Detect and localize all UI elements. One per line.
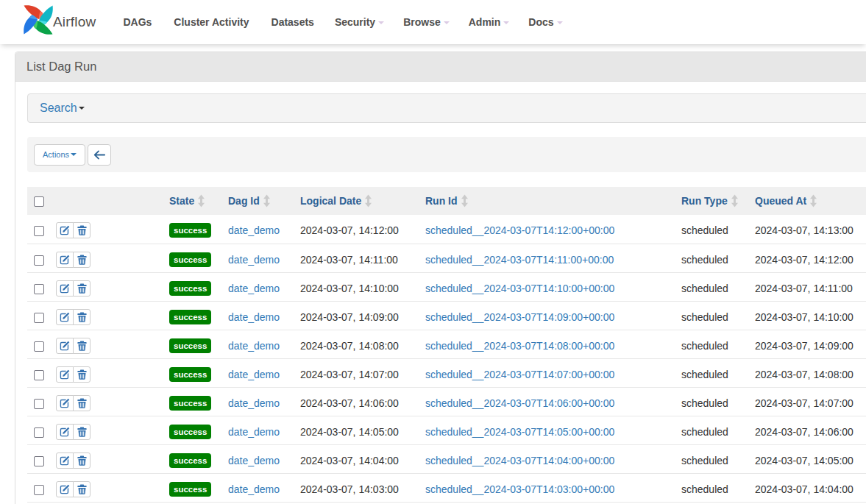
dag-id-link[interactable]: date_demo: [228, 483, 280, 495]
row-actions: [56, 481, 90, 497]
table-header-row: State Dag Id Logical Date Run Id Run Typ…: [27, 187, 866, 215]
delete-record-button[interactable]: [73, 395, 90, 411]
edit-icon: [60, 427, 70, 437]
row-checkbox[interactable]: [34, 313, 44, 323]
column-header-logical-date[interactable]: Logical Date: [294, 187, 419, 215]
dag-id-link[interactable]: date_demo: [228, 311, 280, 323]
delete-record-button[interactable]: [73, 338, 90, 354]
dag-id-link[interactable]: date_demo: [228, 369, 280, 380]
delete-record-button[interactable]: [73, 424, 90, 440]
delete-record-button[interactable]: [73, 366, 90, 383]
edit-record-button[interactable]: [56, 280, 74, 297]
table-row: success date_demo 2024-03-07, 14:11:00 s…: [27, 244, 866, 272]
column-header-state[interactable]: State: [163, 187, 222, 215]
sort-icon[interactable]: [461, 194, 468, 207]
delete-record-button[interactable]: [73, 222, 90, 238]
row-checkbox[interactable]: [34, 341, 44, 352]
column-header-run-id[interactable]: Run Id: [419, 187, 675, 215]
edit-record-button[interactable]: [56, 481, 74, 497]
dag-id-link[interactable]: date_demo: [228, 340, 280, 352]
row-actions: [56, 395, 90, 411]
nav-item-docs[interactable]: Docs: [519, 9, 572, 35]
edit-record-button[interactable]: [56, 452, 74, 469]
row-checkbox[interactable]: [34, 255, 44, 266]
logical-date-cell: 2024-03-07, 14:06:00: [294, 387, 419, 416]
edit-icon: [60, 455, 70, 466]
edit-record-button[interactable]: [56, 338, 74, 354]
run-id-link[interactable]: scheduled__2024-03-07T14:10:00+00:00: [425, 283, 614, 294]
logical-date-cell: 2024-03-07, 14:03:00: [294, 473, 419, 502]
edit-record-button[interactable]: [56, 222, 74, 238]
state-badge: success: [169, 223, 211, 238]
delete-record-button[interactable]: [73, 481, 90, 497]
trash-icon: [77, 369, 87, 380]
select-all-checkbox[interactable]: [34, 196, 44, 207]
delete-record-button[interactable]: [73, 280, 90, 297]
delete-record-button[interactable]: [73, 252, 90, 268]
edit-icon: [60, 255, 70, 265]
nav-item-admin[interactable]: Admin: [459, 9, 519, 35]
page-title: List Dag Run: [15, 52, 866, 82]
row-checkbox[interactable]: [34, 427, 44, 438]
logical-date-cell: 2024-03-07, 14:11:00: [294, 244, 419, 272]
row-checkbox[interactable]: [34, 456, 44, 466]
actions-button[interactable]: Actions: [34, 144, 85, 166]
run-id-link[interactable]: scheduled__2024-03-07T14:08:00+00:00: [425, 340, 614, 352]
logical-date-cell: 2024-03-07, 14:10:00: [294, 272, 419, 301]
edit-record-button[interactable]: [56, 395, 74, 411]
sort-icon[interactable]: [198, 194, 205, 207]
table-row: success date_demo 2024-03-07, 14:10:00 s…: [27, 272, 866, 301]
search-label: Search: [40, 102, 77, 115]
run-id-link[interactable]: scheduled__2024-03-07T14:07:00+00:00: [425, 369, 614, 380]
delete-record-button[interactable]: [73, 452, 90, 469]
nav-item-datasets[interactable]: Datasets: [260, 9, 325, 35]
trash-icon: [77, 398, 87, 408]
sort-icon[interactable]: [263, 194, 270, 207]
edit-record-button[interactable]: [56, 252, 74, 268]
dag-id-link[interactable]: date_demo: [228, 426, 280, 438]
dag-id-link[interactable]: date_demo: [228, 455, 280, 466]
column-header-run-type[interactable]: Run Type: [675, 187, 749, 215]
run-id-link[interactable]: scheduled__2024-03-07T14:11:00+00:00: [425, 254, 614, 266]
dag-id-link[interactable]: date_demo: [228, 254, 280, 266]
edit-record-button[interactable]: [56, 366, 74, 383]
run-type-cell: scheduled: [675, 330, 749, 358]
sort-icon[interactable]: [731, 194, 738, 207]
nav-item-label: Browse: [403, 16, 441, 28]
row-checkbox[interactable]: [34, 226, 44, 236]
column-header-queued-at[interactable]: Queued At: [749, 187, 866, 215]
edit-icon: [60, 312, 70, 322]
row-checkbox[interactable]: [34, 284, 44, 294]
edit-record-button[interactable]: [56, 424, 74, 440]
back-button[interactable]: [88, 144, 111, 166]
run-id-link[interactable]: scheduled__2024-03-07T14:05:00+00:00: [425, 426, 614, 438]
brand-text: Airflow: [53, 14, 96, 30]
row-checkbox[interactable]: [34, 485, 44, 495]
delete-record-button[interactable]: [73, 309, 90, 325]
run-id-link[interactable]: scheduled__2024-03-07T14:04:00+00:00: [425, 455, 614, 466]
nav-item-browse[interactable]: Browse: [394, 9, 459, 35]
nav-menu: DAGsCluster ActivityDatasetsSecurityBrow…: [112, 9, 572, 35]
airflow-logo[interactable]: Airflow: [24, 7, 96, 37]
column-header-dag-id[interactable]: Dag Id: [222, 187, 294, 215]
row-checkbox[interactable]: [34, 370, 44, 380]
run-id-link[interactable]: scheduled__2024-03-07T14:09:00+00:00: [425, 311, 614, 323]
nav-item-security[interactable]: Security: [325, 9, 394, 35]
nav-item-dags[interactable]: DAGs: [112, 9, 163, 35]
nav-item-cluster-activity[interactable]: Cluster Activity: [163, 9, 260, 35]
dag-id-link[interactable]: date_demo: [228, 283, 280, 294]
edit-record-button[interactable]: [56, 309, 74, 325]
sort-icon[interactable]: [810, 194, 817, 207]
dag-id-link[interactable]: date_demo: [228, 397, 280, 409]
run-id-link[interactable]: scheduled__2024-03-07T14:06:00+00:00: [425, 397, 614, 409]
row-checkbox[interactable]: [34, 399, 44, 409]
dag-id-link[interactable]: date_demo: [228, 224, 280, 236]
actions-toolbar: Actions: [27, 137, 866, 172]
run-id-link[interactable]: scheduled__2024-03-07T14:03:00+00:00: [425, 483, 614, 495]
trash-icon: [77, 312, 87, 322]
logical-date-cell: 2024-03-07, 14:09:00: [294, 301, 419, 330]
run-id-link[interactable]: scheduled__2024-03-07T14:12:00+00:00: [425, 224, 614, 236]
queued-at-cell: 2024-03-07, 14:11:00: [749, 272, 866, 301]
sort-icon[interactable]: [365, 194, 372, 207]
search-dropdown[interactable]: Search: [27, 93, 866, 123]
